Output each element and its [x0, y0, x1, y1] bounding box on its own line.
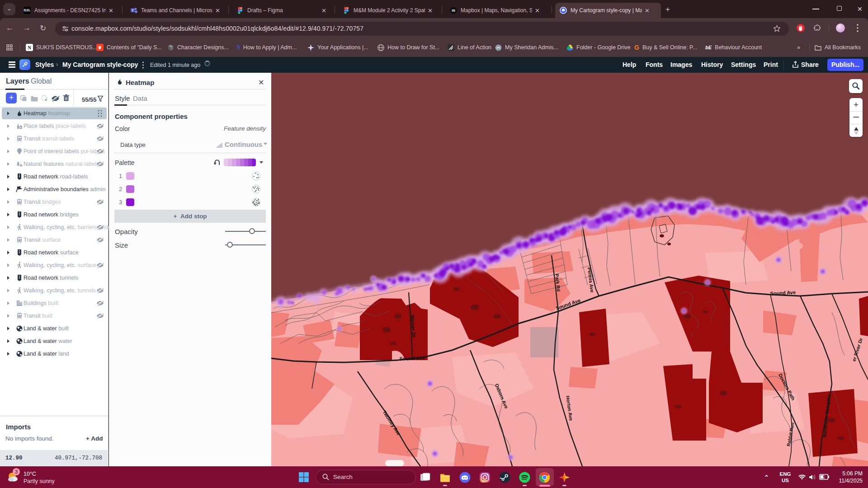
- svg-text:T: T: [132, 9, 134, 12]
- svg-text:Sound Ave: Sound Ave: [399, 355, 425, 361]
- svg-text:m: m: [452, 8, 455, 13]
